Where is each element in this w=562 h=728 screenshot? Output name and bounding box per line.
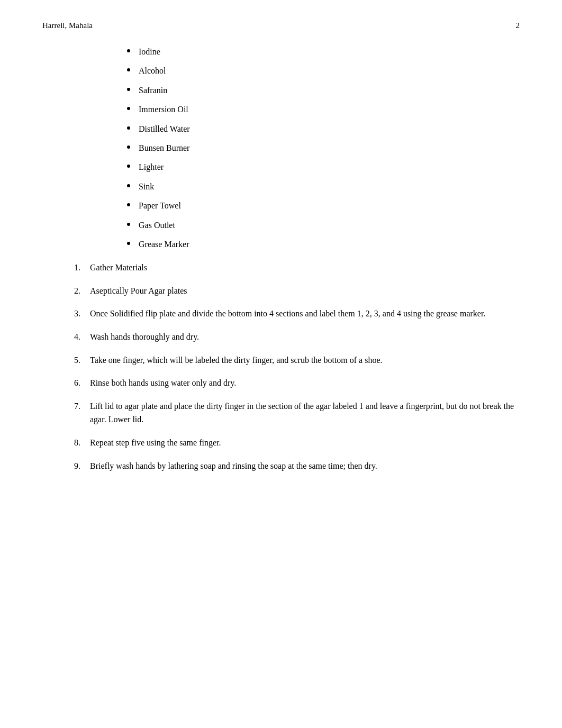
- bullet-item-text: Lighter: [139, 161, 164, 173]
- item-text: Rinse both hands using water only and dr…: [90, 376, 520, 390]
- numbered-list-item: 4.Wash hands thoroughly and dry.: [74, 330, 520, 344]
- bullet-dot-icon: [127, 49, 130, 52]
- item-number: 1.: [74, 261, 90, 275]
- bullet-item-text: Sink: [139, 181, 154, 193]
- list-item: Safranin: [127, 85, 520, 96]
- item-text: Gather Materials: [90, 261, 520, 275]
- numbered-list: 1.Gather Materials2.Aseptically Pour Aga…: [74, 261, 520, 472]
- bullet-dot-icon: [127, 223, 130, 226]
- bullet-item-text: Immersion Oil: [139, 104, 188, 115]
- bullet-item-text: Alcohol: [139, 65, 166, 77]
- numbered-list-item: 3.Once Solidified flip plate and divide …: [74, 307, 520, 321]
- bullet-item-text: Iodine: [139, 46, 160, 58]
- bullet-item-text: Distilled Water: [139, 123, 190, 135]
- numbered-list-item: 2.Aseptically Pour Agar plates: [74, 284, 520, 298]
- list-item: Iodine: [127, 46, 520, 58]
- numbered-list-item: 9.Briefly wash hands by lathering soap a…: [74, 459, 520, 473]
- item-text: Briefly wash hands by lathering soap and…: [90, 459, 520, 473]
- list-item: Lighter: [127, 161, 520, 173]
- bullet-dot-icon: [127, 242, 130, 245]
- numbered-list-item: 1.Gather Materials: [74, 261, 520, 275]
- item-text: Lift lid to agar plate and place the dir…: [90, 399, 520, 426]
- list-item: Bunsen Burner: [127, 142, 520, 154]
- item-text: Take one finger, which will be labeled t…: [90, 353, 520, 367]
- bullet-item-text: Paper Towel: [139, 200, 181, 212]
- item-text: Repeat step five using the same finger.: [90, 436, 520, 450]
- item-number: 9.: [74, 459, 90, 473]
- item-text: Aseptically Pour Agar plates: [90, 284, 520, 298]
- numbered-list-item: 6.Rinse both hands using water only and …: [74, 376, 520, 390]
- item-number: 4.: [74, 330, 90, 344]
- list-item: Sink: [127, 181, 520, 193]
- bullet-dot-icon: [127, 203, 130, 206]
- page-number: 2: [516, 21, 520, 30]
- bullet-dot-icon: [127, 107, 130, 110]
- item-text: Wash hands thoroughly and dry.: [90, 330, 520, 344]
- item-number: 5.: [74, 353, 90, 367]
- list-item: Gas Outlet: [127, 220, 520, 231]
- bullet-dot-icon: [127, 88, 130, 91]
- bullet-item-text: Safranin: [139, 85, 167, 96]
- bullet-dot-icon: [127, 126, 130, 130]
- bullet-dot-icon: [127, 145, 130, 149]
- bullet-list: IodineAlcoholSafraninImmersion OilDistil…: [127, 46, 520, 250]
- bullet-dot-icon: [127, 165, 130, 168]
- author-name: Harrell, Mahala: [42, 21, 93, 30]
- item-number: 2.: [74, 284, 90, 298]
- list-item: Paper Towel: [127, 200, 520, 212]
- bullet-item-text: Grease Marker: [139, 239, 189, 250]
- item-number: 6.: [74, 376, 90, 390]
- list-item: Alcohol: [127, 65, 520, 77]
- numbered-list-item: 5.Take one finger, which will be labeled…: [74, 353, 520, 367]
- list-item: Immersion Oil: [127, 104, 520, 115]
- bullet-dot-icon: [127, 68, 130, 71]
- bullet-item-text: Gas Outlet: [139, 220, 175, 231]
- list-item: Grease Marker: [127, 239, 520, 250]
- numbered-list-item: 7.Lift lid to agar plate and place the d…: [74, 399, 520, 426]
- item-number: 3.: [74, 307, 90, 321]
- page-header: Harrell, Mahala 2: [42, 21, 520, 30]
- bullet-dot-icon: [127, 184, 130, 187]
- item-number: 7.: [74, 399, 90, 413]
- list-item: Distilled Water: [127, 123, 520, 135]
- bullet-item-text: Bunsen Burner: [139, 142, 189, 154]
- numbered-list-item: 8.Repeat step five using the same finger…: [74, 436, 520, 450]
- item-text: Once Solidified flip plate and divide th…: [90, 307, 520, 321]
- item-number: 8.: [74, 436, 90, 450]
